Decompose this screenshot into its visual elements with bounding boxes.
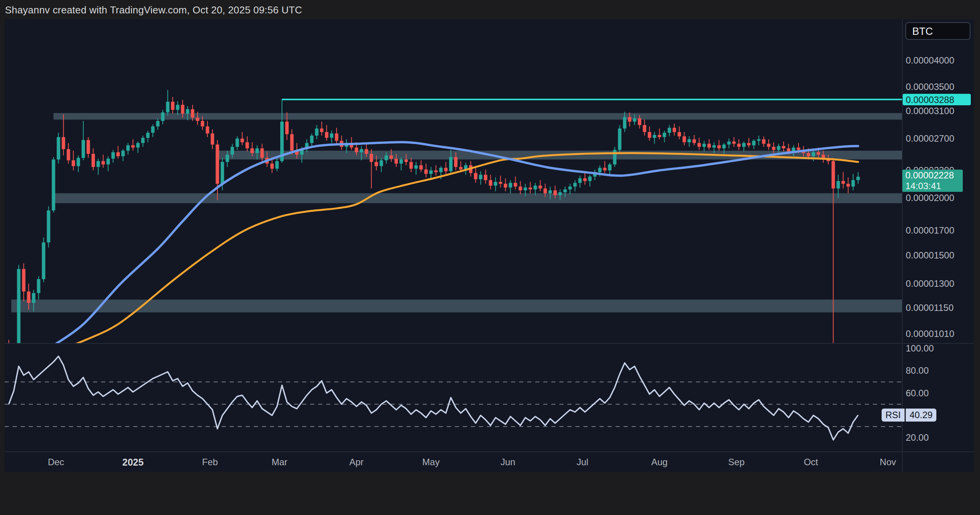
candle-body (126, 145, 130, 150)
candle-body (429, 170, 433, 174)
candle-body (752, 141, 756, 146)
candle-body (230, 147, 234, 154)
candle-body (404, 159, 408, 162)
candle-body (648, 132, 651, 138)
candle-body (549, 190, 552, 193)
candle-body (151, 126, 155, 133)
bar-countdown: 14:03:41 (905, 181, 941, 191)
candle-body (72, 160, 75, 166)
time-axis-label: Nov (880, 457, 896, 468)
candle-body (831, 161, 835, 188)
candle-body (131, 145, 135, 147)
candle-body (385, 155, 388, 160)
candle-body (191, 109, 194, 118)
candle-body (52, 159, 55, 210)
candle-body (727, 142, 731, 145)
candle-body (310, 136, 314, 143)
sr-zone[interactable] (54, 113, 902, 119)
candle-body (564, 190, 567, 192)
candle-body (454, 157, 457, 167)
candle-body (524, 188, 527, 190)
sr-zone[interactable] (11, 299, 902, 312)
price-tick-label: 0.00003500 (906, 82, 954, 92)
candle-body (598, 168, 601, 172)
candle-body (275, 161, 279, 169)
candle-body (757, 139, 761, 141)
candle-body (255, 148, 259, 153)
candle-body (479, 175, 482, 179)
symbol-badge-label: BTC (912, 26, 933, 38)
time-axis-label: Mar (271, 457, 287, 468)
price-tick-label: 0.00001300 (906, 278, 954, 289)
candle-body (62, 137, 65, 149)
candle-body (77, 158, 80, 166)
candle-body (270, 163, 274, 168)
price-tick-label: 0.00002000 (906, 193, 954, 203)
time-axis-label: Apr (349, 457, 363, 468)
time-axis-label: Feb (202, 457, 218, 468)
candle-body (444, 168, 448, 171)
chart-canvas[interactable] (0, 0, 980, 515)
candle-body (106, 159, 110, 164)
sr-zone[interactable] (54, 193, 902, 203)
candle-body (608, 164, 611, 170)
candle-body (707, 144, 711, 147)
candle-body (201, 121, 204, 126)
price-tick-label: 0.00002700 (906, 133, 954, 144)
candle-body (499, 182, 502, 184)
candle-body (22, 269, 25, 291)
time-axis-label: Jun (501, 457, 516, 468)
candle-body (767, 144, 771, 147)
candle-body (355, 147, 358, 152)
time-axis-label: 2025 (122, 457, 144, 468)
candle-body (578, 178, 582, 183)
rsi-tick-label: 60.00 (906, 388, 929, 399)
symbol-badge[interactable]: BTC (905, 22, 970, 40)
candle-body (673, 128, 676, 132)
candle-body (365, 149, 368, 154)
time-axis-label: Dec (48, 457, 64, 468)
candle-body (424, 170, 428, 174)
candle-body (509, 183, 512, 188)
candle-body (335, 134, 338, 141)
time-axis-label: Jul (577, 457, 588, 468)
candle-body (37, 279, 40, 293)
candle-body (613, 150, 616, 164)
rsi-value-badge[interactable]: RSI 40.29 (882, 409, 936, 422)
candle-body (101, 161, 105, 165)
candle-body (27, 291, 30, 303)
candle-body (573, 183, 577, 187)
hline-price-label-text: 0.00003288 (906, 95, 954, 105)
time-axis-label: Sep (728, 457, 745, 468)
candle-body (807, 153, 810, 156)
candle-body (459, 167, 462, 170)
candle-body (588, 177, 591, 181)
candle-body (772, 147, 775, 150)
candle-body (722, 144, 726, 148)
price-tick-label: 0.00001010 (906, 329, 954, 339)
candle-body (161, 113, 165, 121)
candle-body (17, 269, 20, 348)
candle-body (638, 118, 641, 125)
candle-body (633, 118, 636, 122)
candle-body (489, 180, 492, 185)
candle-body (186, 109, 189, 114)
time-axis-label: Oct (804, 457, 818, 468)
candle-body (628, 117, 631, 121)
candle-body (389, 155, 393, 159)
rsi-badge-name: RSI (882, 409, 905, 422)
candle-body (47, 211, 50, 243)
price-tick-label: 0.00001500 (906, 250, 954, 261)
candle-body (176, 105, 180, 110)
candle-body (817, 152, 820, 155)
candle-body (742, 143, 746, 147)
candle-body (583, 178, 586, 181)
candle-body (67, 149, 70, 160)
candle-body (111, 152, 115, 159)
candle-body (87, 140, 90, 154)
candle-body (240, 139, 244, 142)
candle-body (225, 155, 229, 162)
candle-body (643, 125, 646, 132)
candle-body (544, 188, 547, 193)
candle-body (474, 173, 477, 179)
